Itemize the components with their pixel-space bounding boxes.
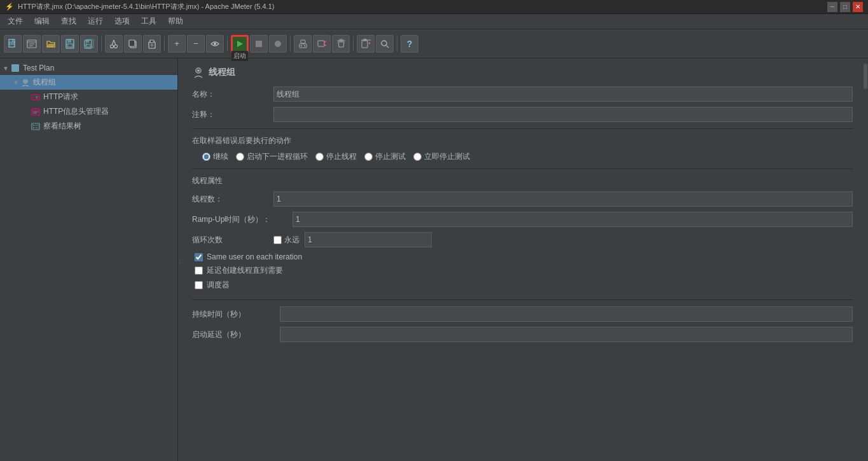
minimize-button[interactable]: ─ (827, 2, 837, 12)
svg-point-32 (301, 45, 302, 46)
svg-rect-39 (362, 41, 368, 48)
tree-item-result-tree[interactable]: 察看结果树 (0, 119, 177, 134)
menu-tools[interactable]: 工具 (136, 15, 162, 28)
svg-line-17 (112, 40, 114, 45)
threads-input[interactable] (273, 191, 853, 207)
http-header-icon (31, 107, 41, 117)
action-continue-radio[interactable] (202, 153, 210, 161)
tree-item-http-header[interactable]: HTTP信息头管理器 (0, 104, 177, 119)
scheduler-checkbox[interactable] (195, 281, 203, 289)
sep4 (290, 36, 291, 52)
comment-input[interactable] (273, 107, 853, 122)
content-panel: 线程组 名称： 注释： 在取样器错误后要执行的动作 继续 启动下一进程循环 (182, 58, 863, 461)
threads-row: 线程数： (192, 191, 853, 207)
action-stop-now-label: 立即停止测试 (424, 151, 470, 162)
save-all-button[interactable] (80, 35, 98, 53)
stop-all-button[interactable] (250, 35, 268, 53)
svg-point-59 (33, 125, 34, 126)
startup-delay-input[interactable] (280, 327, 853, 342)
loop-input[interactable] (305, 232, 432, 247)
svg-line-18 (114, 40, 116, 45)
svg-point-15 (111, 45, 114, 48)
toggle-button[interactable] (206, 35, 224, 53)
menu-file[interactable]: 文件 (3, 15, 28, 28)
remote-stop-button[interactable] (313, 35, 331, 53)
delay-create-label: 延迟创建线程直到需要 (207, 265, 283, 276)
panel-title: 线程组 (209, 67, 235, 78)
forever-check: 永远 (273, 235, 300, 245)
title-text: HTTP请求.jmx (D:\apache-jmeter-5.4.1\bin\H… (18, 2, 274, 11)
action-stop-now[interactable]: 立即停止测试 (413, 151, 470, 162)
templates-button[interactable] (23, 35, 41, 53)
svg-marker-26 (237, 41, 243, 47)
same-user-label: Same user on each iteration (207, 252, 302, 261)
action-stop-now-radio[interactable] (413, 153, 422, 161)
tree-label-thread-group: 线程组 (33, 77, 56, 88)
stop-button[interactable] (269, 35, 287, 53)
paste-button[interactable] (143, 35, 161, 53)
action-stop-test-radio[interactable] (364, 153, 373, 161)
comment-row: 注释： (192, 107, 853, 122)
new-button[interactable] (4, 35, 22, 53)
loop-label: 循环次数 (192, 235, 268, 245)
sep3 (227, 36, 228, 52)
svg-line-45 (386, 45, 389, 48)
panel-header: 线程组 (192, 66, 853, 79)
window-controls: ─ □ ✕ (827, 2, 863, 12)
action-stop-thread-radio[interactable] (315, 153, 324, 161)
svg-point-64 (197, 69, 200, 72)
action-next-loop[interactable]: 启动下一进程循环 (236, 151, 308, 162)
title-bar: ⚡ HTTP请求.jmx (D:\apache-jmeter-5.4.1\bin… (0, 0, 868, 14)
action-stop-thread[interactable]: 停止线程 (315, 151, 357, 162)
clear-all-button[interactable] (357, 35, 375, 53)
divider2 (192, 169, 853, 169)
tree-item-http-request[interactable]: HTTP请求 (0, 90, 177, 104)
svg-point-44 (382, 41, 387, 46)
svg-rect-27 (256, 41, 262, 47)
remote-start-button[interactable] (294, 35, 312, 53)
name-input[interactable] (273, 86, 853, 102)
menu-run[interactable]: 运行 (83, 15, 108, 28)
forever-label: 永远 (284, 235, 300, 245)
maximize-button[interactable]: □ (840, 2, 850, 12)
tree-item-test-plan[interactable]: ▼ Test Plan (0, 61, 177, 75)
collapse-button[interactable]: − (187, 35, 205, 53)
close-button[interactable]: ✕ (853, 2, 863, 12)
sep5 (353, 36, 354, 52)
result-tree-icon (31, 121, 41, 132)
rampup-input[interactable] (293, 212, 853, 227)
scrollbar-thumb[interactable] (864, 64, 867, 89)
remote-clear-button[interactable] (332, 35, 350, 53)
action-next-loop-radio[interactable] (236, 153, 244, 161)
svg-rect-34 (318, 41, 324, 46)
sep6 (397, 36, 397, 52)
search-toolbar-button[interactable] (376, 35, 394, 53)
save-button[interactable] (61, 35, 79, 53)
open-button[interactable] (42, 35, 60, 53)
tree-item-thread-group[interactable]: ▼ 线程组 (0, 75, 177, 90)
menu-edit[interactable]: 编辑 (29, 15, 55, 28)
svg-rect-20 (129, 40, 135, 46)
delay-create-checkbox[interactable] (195, 266, 203, 275)
menu-find[interactable]: 查找 (56, 15, 81, 28)
menu-options[interactable]: 选项 (109, 15, 135, 28)
action-continue[interactable]: 继续 (202, 151, 228, 162)
tree-arrow-thread-group: ▼ (13, 79, 20, 86)
name-row: 名称： (192, 86, 853, 102)
name-label: 名称： (192, 89, 268, 100)
svg-rect-30 (301, 40, 305, 43)
duration-label: 持续时间（秒） (192, 309, 275, 320)
forever-checkbox[interactable] (273, 236, 282, 244)
svg-rect-38 (340, 39, 343, 41)
duration-input[interactable] (280, 306, 853, 322)
action-stop-test[interactable]: 停止测试 (364, 151, 406, 162)
action-continue-label: 继续 (213, 151, 228, 162)
same-user-checkbox[interactable] (195, 253, 203, 261)
start-button[interactable]: 启动 (231, 35, 249, 53)
copy-button[interactable] (124, 35, 142, 53)
rampup-label: Ramp-Up时间（秒）： (192, 214, 287, 225)
menu-help[interactable]: 帮助 (163, 15, 188, 28)
expand-button[interactable]: + (168, 35, 186, 53)
help-toolbar-button[interactable]: ? (401, 35, 418, 53)
cut-button[interactable] (105, 35, 123, 53)
